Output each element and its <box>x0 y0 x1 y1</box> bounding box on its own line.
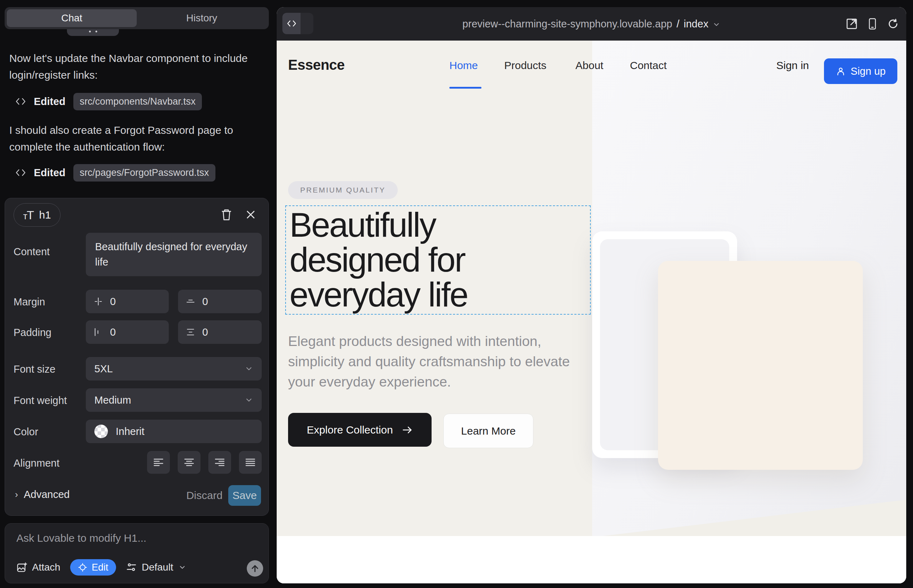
url-bar[interactable]: preview--charming-site-symphony.lovable.… <box>277 7 906 40</box>
image-plus-icon <box>16 562 27 573</box>
padding-y-input[interactable] <box>202 326 238 338</box>
chat-message: Now let's update the Navbar component to… <box>9 50 249 83</box>
chevron-down-icon <box>244 396 253 404</box>
nav-active-underline <box>449 87 481 89</box>
mobile-view-button[interactable] <box>866 18 879 30</box>
preview-window: preview--charming-site-symphony.lovable.… <box>277 7 906 583</box>
open-external-button[interactable] <box>845 18 858 30</box>
sign-up-label: Sign up <box>851 66 885 77</box>
attach-button[interactable]: Attach <box>16 562 60 573</box>
tab-history-label: History <box>186 13 217 24</box>
preview-topbar: preview--charming-site-symphony.lovable.… <box>277 7 906 40</box>
sliders-icon <box>126 562 137 572</box>
margin-x-input[interactable] <box>110 296 146 307</box>
color-select[interactable]: Inherit <box>86 420 262 443</box>
dot <box>89 31 91 32</box>
edit-mode-button[interactable]: Edit <box>70 559 116 575</box>
nav-link-home[interactable]: Home <box>449 60 478 71</box>
chevron-down-icon[interactable] <box>712 21 720 29</box>
chat-composer[interactable]: Attach Edit Default <box>5 523 269 583</box>
font-size-label: Font size <box>13 363 55 375</box>
discard-button[interactable]: Discard <box>185 485 224 506</box>
hero-badge: PREMIUM QUALITY <box>288 181 398 199</box>
selected-element-outline[interactable]: Beautifully designed for everyday life <box>285 205 591 315</box>
align-left-button[interactable] <box>147 451 170 474</box>
mode-label: Default <box>142 562 173 573</box>
advanced-expander[interactable]: › Advanced <box>15 489 70 501</box>
explore-collection-button[interactable]: Explore Collection <box>288 413 432 447</box>
edited-label: Edited <box>34 167 66 179</box>
padding-horizontal-icon <box>94 328 103 337</box>
site-footer-blank <box>277 536 906 583</box>
phone-icon <box>867 18 878 30</box>
chevron-down-icon <box>178 564 186 571</box>
font-weight-value: Medium <box>94 394 131 406</box>
save-button[interactable]: Save <box>228 485 261 506</box>
hero-right-panel <box>592 40 906 536</box>
site-navbar: Essence Home Products About Contact Sign… <box>277 40 906 94</box>
close-icon[interactable] <box>243 207 259 223</box>
element-tag-pill[interactable]: тT h1 <box>13 203 60 227</box>
code-icon <box>15 97 26 106</box>
font-weight-select[interactable]: Medium <box>86 388 262 412</box>
chat-history-tabbar: Chat History <box>5 7 269 29</box>
margin-y-field[interactable] <box>178 290 262 313</box>
delete-element-button[interactable] <box>219 207 234 223</box>
padding-x-input[interactable] <box>110 326 146 338</box>
tab-history[interactable]: History <box>137 9 267 27</box>
scrolled-badge-partial <box>67 29 119 36</box>
font-weight-label: Font weight <box>13 395 67 407</box>
learn-more-button[interactable]: Learn More <box>444 414 533 448</box>
align-center-button[interactable] <box>178 451 201 474</box>
composer-input[interactable] <box>16 532 251 550</box>
tab-chat[interactable]: Chat <box>7 9 137 27</box>
refresh-button[interactable] <box>887 18 900 30</box>
decorative-card-beige <box>658 261 863 470</box>
nav-link-about[interactable]: About <box>575 60 603 71</box>
chevron-down-icon <box>244 365 253 373</box>
element-editor-panel: тT h1 Content Beautifully designed for e… <box>5 198 269 516</box>
tab-chat-label: Chat <box>61 13 82 24</box>
padding-x-field[interactable] <box>86 320 169 344</box>
hero-subtext: Elegant products designed with intention… <box>288 331 576 392</box>
site-canvas: Essence Home Products About Contact Sign… <box>277 40 906 536</box>
send-button[interactable] <box>247 560 263 577</box>
chevron-right-icon: › <box>15 489 18 500</box>
arrow-right-icon <box>402 425 413 435</box>
padding-y-field[interactable] <box>178 320 262 344</box>
explore-collection-label: Explore Collection <box>307 424 393 436</box>
file-badge[interactable]: src/pages/ForgotPassword.tsx <box>73 164 215 181</box>
margin-vertical-icon <box>186 297 195 306</box>
edit-label: Edit <box>92 562 108 573</box>
sign-up-button[interactable]: Sign up <box>824 58 897 84</box>
alignment-label: Alignment <box>13 457 60 469</box>
code-icon[interactable] <box>282 13 301 34</box>
site-logo[interactable]: Essence <box>288 57 345 73</box>
toggle-handle[interactable] <box>301 13 313 34</box>
color-label: Color <box>13 426 38 438</box>
sign-in-link[interactable]: Sign in <box>776 60 809 71</box>
padding-label: Padding <box>13 327 51 339</box>
user-icon <box>836 66 846 76</box>
external-link-icon <box>846 18 858 30</box>
url-separator: / <box>677 18 680 30</box>
font-size-select[interactable]: 5XL <box>86 357 262 381</box>
file-badge[interactable]: src/components/Navbar.tsx <box>73 93 202 110</box>
edited-file-row[interactable]: Edited src/pages/ForgotPassword.tsx <box>15 164 215 181</box>
margin-y-input[interactable] <box>202 296 238 307</box>
align-right-button[interactable] <box>208 451 231 474</box>
edited-file-row[interactable]: Edited src/components/Navbar.tsx <box>15 92 202 110</box>
attach-label: Attach <box>32 562 60 573</box>
code-view-toggle[interactable] <box>282 13 313 34</box>
content-input[interactable]: Beautifully designed for everyday life <box>86 233 262 276</box>
margin-x-field[interactable] <box>86 290 169 313</box>
margin-horizontal-icon <box>94 297 103 306</box>
content-label: Content <box>13 246 50 258</box>
mode-select[interactable]: Default <box>126 562 186 573</box>
nav-link-products[interactable]: Products <box>504 60 546 71</box>
refresh-icon <box>887 18 899 29</box>
hero-headline[interactable]: Beautifully designed for everyday life <box>290 207 510 312</box>
color-swatch <box>94 425 108 438</box>
nav-link-contact[interactable]: Contact <box>630 60 667 71</box>
align-justify-button[interactable] <box>239 451 262 474</box>
